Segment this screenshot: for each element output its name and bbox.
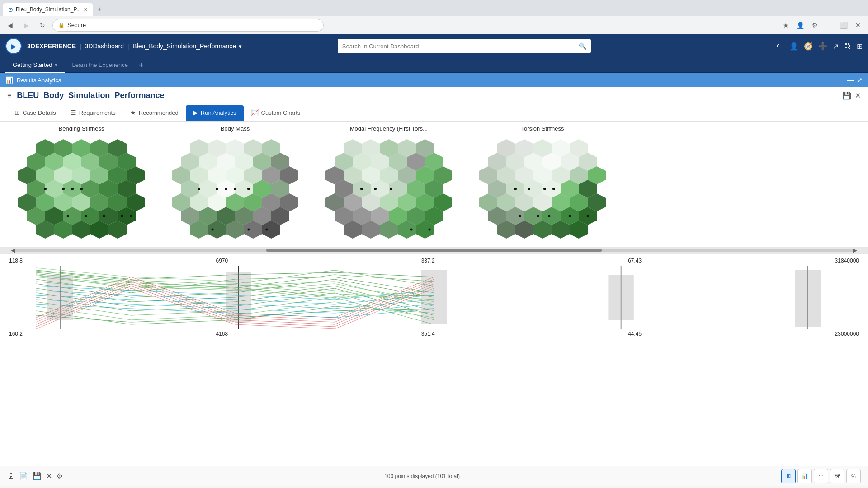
browser-tab[interactable]: ⊙ Bleu_Body_Simulation_P... ✕	[3, 3, 93, 16]
apps-icon[interactable]: ⊞	[857, 42, 863, 51]
map-view-btn[interactable]: 🗺	[830, 469, 844, 483]
axis-top-0: 118.8	[9, 258, 23, 264]
tab-recommended[interactable]: ★ Recommended	[123, 104, 186, 122]
svg-point-79	[247, 188, 250, 190]
filter-icon[interactable]: ✕	[46, 472, 52, 480]
run-analytics-label: Run Analytics	[201, 109, 236, 116]
tab-learn-experience[interactable]: Learn the Experience	[65, 58, 135, 73]
svg-point-99	[248, 229, 250, 231]
add-tab-btn[interactable]: +	[135, 59, 147, 72]
share-icon[interactable]: ↗	[833, 42, 839, 51]
tab-getting-started[interactable]: Getting Started ▾	[5, 58, 65, 73]
svg-point-77	[225, 188, 227, 190]
axis-bottom-2: 351.4	[421, 331, 435, 337]
save-btn[interactable]: 💾	[842, 91, 851, 100]
search-input[interactable]	[342, 43, 575, 50]
svg-point-192	[569, 215, 571, 217]
svg-rect-206	[421, 270, 447, 324]
svg-point-41	[67, 215, 69, 217]
database-icon[interactable]: 🗄	[7, 472, 14, 480]
svg-point-75	[198, 188, 200, 190]
tag-icon[interactable]: 🏷	[777, 42, 784, 50]
file-icon[interactable]: 📄	[19, 472, 28, 480]
dashboard-breadcrumb[interactable]: Bleu_Body_Simulation_Performance	[132, 42, 236, 50]
bending-stiffness-title: Bending Stiffness	[59, 125, 104, 132]
stats-view-btn[interactable]: %	[846, 469, 861, 483]
torsion-stiffness-svg	[475, 135, 610, 243]
getting-started-dropdown[interactable]: ▾	[55, 62, 57, 68]
export-icon[interactable]: 💾	[33, 472, 42, 480]
tab-close-btn[interactable]: ✕	[84, 7, 88, 13]
panel-minimize-btn[interactable]: —	[847, 76, 854, 84]
dashboard-header: ≡ BLEU_Body_Simulation_Performance 💾 ✕	[0, 87, 868, 104]
close-dashboard-btn[interactable]: ✕	[855, 91, 861, 100]
settings-icon[interactable]: ⚙	[57, 472, 63, 480]
chart-torsion-stiffness: Torsion Stiffness	[470, 125, 615, 243]
new-tab-btn[interactable]: +	[93, 3, 106, 16]
search-box[interactable]: 🔍	[338, 39, 591, 53]
app-tab-bar: Getting Started ▾ Learn the Experience +	[0, 58, 868, 73]
tab-custom-charts[interactable]: 📈 Custom Charts	[244, 104, 308, 122]
minimize-btn[interactable]: —	[823, 19, 835, 32]
tab-requirements[interactable]: ☰ Requirements	[63, 104, 123, 122]
svg-point-24	[44, 188, 47, 190]
hamburger-icon[interactable]: ≡	[7, 92, 11, 100]
axis-top-2: 337.2	[421, 258, 435, 264]
back-btn[interactable]: ◀	[4, 19, 16, 32]
scroll-left-arrow[interactable]: ◀	[11, 247, 15, 253]
horizontal-scrollbar[interactable]: ◀ ▶	[0, 247, 868, 254]
tab-run-analytics[interactable]: ▶ Run Analytics	[186, 105, 244, 121]
charts-container: Bending Stiffness	[0, 122, 868, 466]
close-btn[interactable]: ✕	[852, 19, 864, 32]
refresh-btn[interactable]: ↻	[36, 19, 49, 32]
axis-top-1: 6970	[216, 258, 228, 264]
svg-point-189	[519, 215, 521, 217]
bookmark-btn[interactable]: ★	[779, 19, 792, 32]
dashboard-title: BLEU_Body_Simulation_Performance	[17, 91, 164, 100]
axis-bottom-4: 23000000	[835, 331, 859, 337]
scatter-view-btn[interactable]: ⋯	[814, 469, 828, 483]
svg-point-172	[514, 188, 517, 190]
nav-tabs: ⊞ Case Details ☰ Requirements ★ Recommen…	[0, 104, 868, 122]
tab-case-details[interactable]: ⊞ Case Details	[7, 104, 63, 122]
panel-title-group: 📊 Results Analytics	[5, 76, 61, 84]
browser-toolbar: ◀ ▶ ↻ 🔒 Secure ★ 👤 ⚙ — ⬜ ✕	[0, 16, 868, 34]
header-search: 🔍	[338, 39, 591, 53]
chart-modal-freq: Modal Frequency (First Tors...	[316, 125, 461, 243]
browser-tab-bar: ⊙ Bleu_Body_Simulation_P... ✕ +	[0, 0, 868, 16]
profile-btn[interactable]: 👤	[794, 19, 807, 32]
axis-values-bottom: 160.2 4168 351.4 44.45 23000000	[9, 331, 859, 337]
panel-header: 📊 Results Analytics — ⤢	[0, 73, 868, 87]
axis-values-top: 118.8 6970 337.2 67.43 31840000	[9, 258, 859, 264]
link-icon[interactable]: ⛓	[844, 42, 851, 50]
extensions-btn[interactable]: ⚙	[808, 19, 821, 32]
scroll-right-arrow[interactable]: ▶	[853, 247, 857, 253]
svg-rect-207	[608, 275, 633, 320]
main-content: 📊 Results Analytics — ⤢ ≡ BLEU_Body_Simu…	[0, 73, 868, 486]
chart-view-btn[interactable]: 📊	[797, 469, 812, 483]
case-details-icon: ⊞	[14, 109, 20, 116]
dropdown-arrow[interactable]: ▾	[239, 43, 242, 50]
toolbar-icon-group: 🗄 📄 💾 ✕ ⚙	[7, 472, 63, 480]
forward-btn[interactable]: ▶	[20, 19, 33, 32]
address-bar[interactable]: 🔒 Secure	[52, 19, 324, 32]
panel-expand-btn[interactable]: ⤢	[857, 76, 863, 84]
logo-icon: ▶	[6, 39, 21, 53]
svg-point-43	[103, 215, 105, 217]
header-right-actions: 🏷 👤 🧭 ➕ ↗ ⛓ ⊞	[777, 42, 863, 51]
scroll-track[interactable]	[15, 249, 853, 252]
recommended-icon: ★	[130, 109, 136, 116]
svg-point-26	[71, 188, 74, 190]
add-icon[interactable]: ➕	[818, 42, 827, 51]
svg-point-78	[234, 188, 236, 190]
hex-charts-row: Bending Stiffness	[0, 122, 868, 247]
body-mass-svg	[167, 135, 303, 243]
parallel-svg	[9, 266, 859, 329]
app-label: 3DDashboard	[85, 42, 124, 50]
maximize-btn[interactable]: ⬜	[837, 19, 850, 32]
user-icon[interactable]: 👤	[789, 42, 798, 51]
svg-point-125	[360, 188, 363, 190]
compass-icon[interactable]: 🧭	[804, 42, 813, 51]
table-view-btn[interactable]: ⊞	[781, 469, 796, 483]
scroll-thumb[interactable]	[266, 249, 602, 252]
